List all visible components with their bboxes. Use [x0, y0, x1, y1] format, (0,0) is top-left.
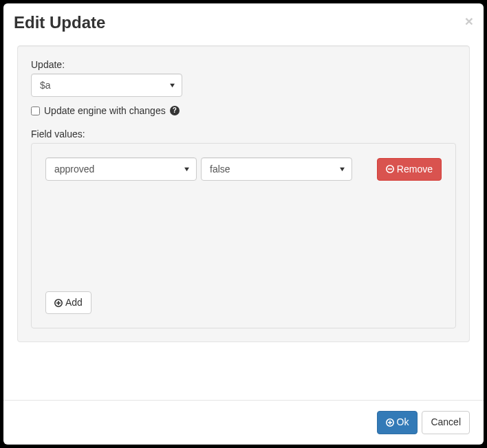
help-icon[interactable]: ?: [170, 106, 180, 115]
remove-button-label: Remove: [397, 163, 433, 177]
add-row: Add: [45, 278, 442, 315]
field-value-row: approved false: [45, 157, 442, 181]
field-values-label: Field values:: [31, 128, 456, 139]
update-engine-row: Update engine with changes ?: [31, 105, 456, 116]
add-button[interactable]: Add: [45, 291, 91, 315]
value-select-wrap: false: [201, 157, 352, 181]
field-select-wrap: approved: [45, 157, 197, 181]
add-button-label: Add: [65, 296, 83, 310]
update-select-wrap: $a: [31, 74, 182, 97]
update-engine-label: Update engine with changes: [44, 105, 166, 116]
modal-title: Edit Update: [14, 14, 465, 32]
cancel-button-label: Cancel: [431, 416, 461, 429]
ok-button-label: Ok: [397, 416, 409, 429]
update-engine-checkbox[interactable]: [31, 107, 40, 115]
modal-footer: Ok Cancel: [3, 400, 484, 445]
ok-button[interactable]: Ok: [377, 411, 418, 434]
edit-update-modal: Edit Update × Update: $a Update engine w…: [3, 3, 484, 445]
plus-circle-icon: [54, 299, 63, 307]
plus-circle-icon: [386, 418, 394, 427]
minus-circle-icon: [386, 165, 394, 173]
cancel-button[interactable]: Cancel: [422, 411, 470, 434]
value-select[interactable]: false: [201, 157, 352, 181]
modal-header: Edit Update ×: [3, 3, 484, 42]
modal-body: Update: $a Update engine with changes ? …: [3, 42, 484, 400]
update-label: Update:: [31, 59, 456, 70]
close-icon[interactable]: ×: [465, 14, 473, 28]
field-select[interactable]: approved: [45, 157, 197, 181]
field-values-panel: approved false: [31, 143, 456, 328]
remove-button[interactable]: Remove: [377, 158, 442, 181]
form-panel: Update: $a Update engine with changes ? …: [17, 45, 470, 342]
update-select[interactable]: $a: [31, 74, 182, 97]
